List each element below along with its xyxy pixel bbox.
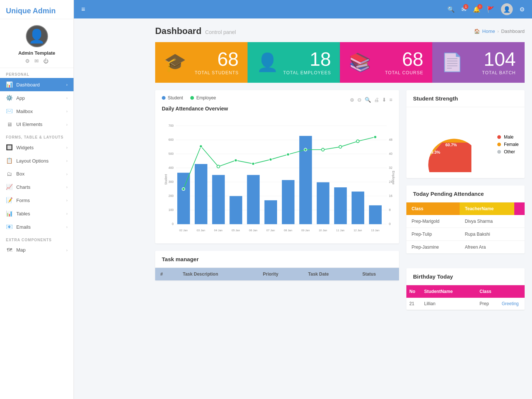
stat-card-batches: 📄 104 TOTAL BATCH [432, 42, 525, 83]
sidebar-item-app[interactable]: ⚙️App › [0, 91, 74, 105]
email-icon[interactable]: ✉ [34, 58, 39, 64]
mail-badge: 1 [463, 4, 468, 9]
sidebar-item-mailbox[interactable]: ✉️Mailbox › [0, 105, 74, 118]
task-manager-title: Task manager [155, 251, 399, 268]
sidebar-item-dashboard[interactable]: 📊Dashboard › [0, 78, 74, 91]
menu-icon[interactable]: ≡ [389, 97, 392, 103]
page-title: Dashboard [155, 26, 201, 36]
sidebar-profile: 👤 Admin Template ⚙ ✉ ⏻ [0, 19, 74, 68]
user-avatar[interactable]: 👤 [501, 3, 513, 15]
dot-1 [200, 145, 202, 148]
svg-text:07 Jan: 07 Jan [266, 229, 275, 232]
att-action-1 [514, 228, 525, 241]
notification-icon[interactable]: 🔔 ! [473, 6, 480, 13]
chart-legend-controls: Student Employee ⊕ ⊖ 🔍 🖨 [162, 95, 392, 104]
flag-icon[interactable]: 🚩 [487, 6, 494, 13]
dot-9 [339, 146, 342, 149]
stat-card-courses: 📚 68 TOTAL COURSE [340, 42, 432, 83]
mailbox-icon: ✉️ [6, 108, 13, 115]
magnify-icon[interactable]: 🔍 [365, 97, 371, 103]
svg-text:03 Jan: 03 Jan [197, 229, 205, 232]
svg-text:12 Jan: 12 Jan [354, 229, 362, 232]
pie-section: 60.7% 39.3% Male Female [406, 107, 525, 178]
att-col-class: Class [406, 202, 460, 215]
svg-text:13 Jan: 13 Jan [371, 229, 379, 232]
emails-icon: 📧 [6, 224, 13, 230]
students-icon: 🎓 [164, 52, 186, 73]
sidebar-item-tables[interactable]: 📊Tables › [0, 207, 74, 220]
pie-male [428, 143, 471, 172]
att-col-action [514, 202, 525, 215]
bar-1 [195, 164, 207, 224]
attendance-chart-card: Student Employee ⊕ ⊖ 🔍 🖨 [155, 90, 399, 243]
male-dot [497, 135, 501, 139]
sidebar-profile-icons: ⚙ ✉ ⏻ [25, 58, 48, 64]
zoom-out-icon[interactable]: ⊖ [357, 97, 362, 103]
gear-icon[interactable]: ⚙ [25, 58, 30, 64]
batches-label: TOTAL BATCH [482, 70, 516, 75]
bday-class-0: Prep [477, 298, 499, 310]
sidebar-item-ui-elements[interactable]: 🖥UI Elements › [0, 118, 74, 131]
breadcrumb-home[interactable]: Home [482, 28, 495, 34]
sidebar-item-widgets[interactable]: 🔲Widgets › [0, 141, 74, 154]
forms-arrow: › [66, 198, 68, 202]
pending-attendance-card: Today Pending Attendance Class TeacherNa… [406, 185, 525, 253]
sidebar-item-layout[interactable]: 📋Layout Options › [0, 154, 74, 167]
download-icon[interactable]: ⬇ [382, 97, 386, 103]
sidebar-label-ui: UI Elements [16, 122, 42, 127]
widgets-icon: 🔲 [6, 144, 13, 151]
svg-text:600: 600 [168, 138, 174, 141]
menu-toggle-icon[interactable]: ≡ [81, 6, 85, 13]
bday-col-action [499, 285, 525, 298]
task-col-desc: Task Description [178, 268, 258, 280]
widgets-arrow: › [66, 145, 68, 150]
svg-text:8: 8 [389, 208, 391, 212]
birthday-card: Birthday Today No StudentName Class [406, 268, 525, 310]
bar-11 [369, 205, 382, 224]
search-icon[interactable]: 🔍 [447, 6, 455, 13]
bar-2 [212, 175, 225, 224]
sidebar: Unique Admin 👤 Admin Template ⚙ ✉ ⏻ PERS… [0, 0, 74, 399]
dot-10 [357, 140, 359, 143]
breadcrumb: 🏠 Home › Dashboard [474, 28, 525, 34]
att-class-1: Prep-Tulip [406, 228, 460, 241]
zoom-in-icon[interactable]: ⊕ [350, 97, 354, 103]
sidebar-label-emails: Emails [16, 224, 31, 230]
sidebar-item-charts[interactable]: 📈Charts › [0, 180, 74, 194]
pie-chart: 60.7% 39.3% [412, 113, 471, 172]
mail-icon[interactable]: ✉ 1 [461, 6, 466, 13]
attendance-section: Class TeacherName Prep-Marigold Divya Sh… [406, 202, 525, 253]
settings-icon[interactable]: ⚙ [519, 6, 525, 13]
svg-text:40: 40 [389, 152, 393, 156]
dot-6 [287, 153, 290, 156]
sidebar-item-emails[interactable]: 📧Emails › [0, 220, 74, 233]
birthday-table: No StudentName Class 21 Lillian Prep [406, 285, 525, 310]
dashboard-icon: 📊 [6, 81, 13, 88]
ui-arrow: › [66, 122, 68, 127]
mailbox-arrow: › [66, 109, 68, 113]
pie-legend-other: Other [497, 149, 519, 154]
svg-text:0: 0 [389, 222, 391, 226]
birthday-table-section: No StudentName Class 21 Lillian Prep [406, 285, 525, 310]
bday-col-no: No [406, 285, 421, 298]
print-icon[interactable]: 🖨 [374, 97, 379, 103]
brand-logo: Unique Admin [6, 7, 68, 15]
other-label: Other [504, 149, 515, 154]
layout-arrow: › [66, 158, 68, 163]
svg-text:11 Jan: 11 Jan [336, 229, 345, 232]
att-row-1: Prep-Tulip Rupa Bakshi [406, 228, 525, 241]
task-table: # Task Description Priority Task Date St… [155, 268, 399, 280]
sidebar-brand: Unique Admin [0, 0, 74, 19]
birthday-title: Birthday Today [406, 268, 525, 285]
att-action-0 [514, 215, 525, 228]
sidebar-item-forms[interactable]: 📝Forms › [0, 194, 74, 207]
bar-9 [334, 187, 347, 224]
sidebar-item-box[interactable]: 🗂Box › [0, 167, 74, 180]
power-icon[interactable]: ⏻ [43, 58, 48, 64]
task-col-date: Task Date [303, 268, 357, 280]
sidebar-section-extra: EXTRA COMPONENTS [0, 233, 74, 243]
att-teacher-2: Afreen Ara [460, 241, 514, 254]
sidebar-item-map[interactable]: 🗺Map › [0, 243, 74, 256]
bday-greeting-0[interactable]: Greeting [499, 298, 525, 310]
employees-label: TOTAL EMPLOYEES [283, 70, 331, 75]
